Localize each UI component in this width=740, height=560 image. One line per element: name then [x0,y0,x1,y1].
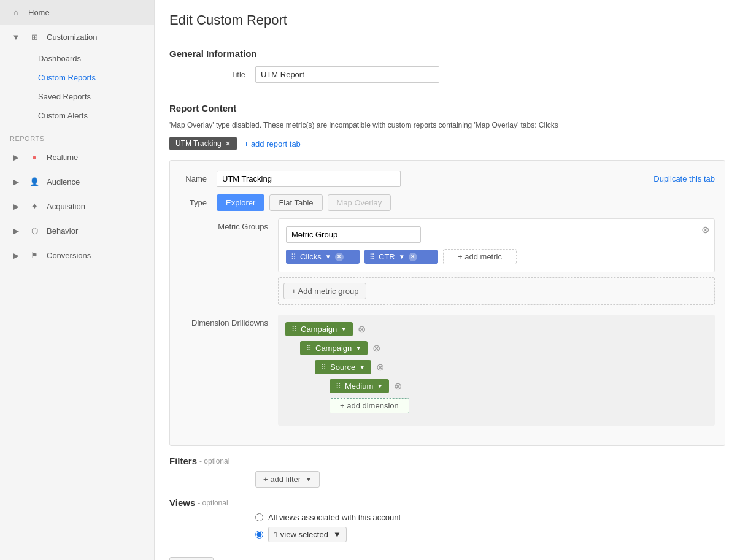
sidebar-item-acquisition[interactable]: ▶ ✦ Acquisition [0,194,154,218]
tab-close-icon[interactable]: ✕ [225,140,231,148]
dim-campaign-2-dropdown[interactable]: ▼ [355,345,361,351]
view-select-dropdown[interactable]: 1 view selected ▼ [268,527,347,542]
views-section: Views - optional All views associated wi… [169,497,725,542]
one-view-row: 1 view selected ▼ [169,527,725,542]
add-dimension-btn[interactable]: + add dimension [330,398,409,413]
content-area: General Information Title Report Content… [155,36,740,560]
sidebar-item-home[interactable]: ⌂ Home [0,0,154,25]
general-info-title: General Information [169,48,725,59]
dim-campaign-1[interactable]: ⠿ Campaign ▼ [285,322,353,336]
views-optional: - optional [198,499,228,507]
metric-clicks-remove-icon[interactable]: ✕ [335,253,344,261]
dim-campaign-2-remove[interactable]: ⊗ [372,342,380,354]
sidebar-item-conversions[interactable]: ▶ ⚑ Conversions [0,243,154,267]
conversions-icon: ⚑ [28,249,40,261]
cancel-link[interactable]: Cancel [221,557,245,560]
sidebar-item-behavior[interactable]: ▶ ⬡ Behavior [0,218,154,243]
add-filter-btn[interactable]: + add filter ▼ [255,471,320,488]
sidebar-item-custom-alerts[interactable]: Custom Alerts [28,106,154,125]
filters-label: Filters [169,456,197,466]
add-metric-group-btn[interactable]: + Add metric group [283,283,366,299]
utm-tracking-tab[interactable]: UTM Tracking ✕ [169,137,237,150]
views-options: All views associated with this account 1… [169,513,725,542]
metric-groups-label: Metric Groups [180,218,278,231]
dimension-level3: ⠿ Source ▼ ⊗ [315,360,707,374]
add-group-section: + Add metric group [278,277,715,305]
sidebar-item-dashboards[interactable]: Dashboards [28,49,154,68]
metric-ctr[interactable]: ⠿ CTR ▼ ✕ [364,250,438,264]
dimension-level1: ⠿ Campaign ▼ ⊗ [285,322,707,336]
section-divider-1 [169,93,725,93]
realtime-icon: ● [28,151,40,163]
all-views-row: All views associated with this account [169,513,725,522]
dim-campaign-2[interactable]: ⠿ Campaign ▼ [300,341,368,355]
filters-section: Filters - optional + add filter ▼ [169,456,725,488]
dim-medium-dropdown[interactable]: ▼ [377,383,383,389]
one-view-radio[interactable] [255,531,263,539]
dim-campaign-1-label: Campaign [301,324,337,334]
metric-clicks-label: Clicks [300,252,322,261]
sidebar-item-custom-reports[interactable]: Custom Reports [28,68,154,87]
home-icon: ⌂ [10,6,22,18]
report-content-title: Report Content [169,103,725,113]
remove-group-icon[interactable]: ⊗ [701,224,709,236]
metric-ctr-remove-icon[interactable]: ✕ [409,253,417,261]
chevron-down-icon: ▼ [10,31,22,43]
dimension-nested-3: ⠿ Medium ▼ ⊗ + add dimension [330,379,707,413]
dimension-nested-2: ⠿ Source ▼ ⊗ [315,360,707,413]
name-row: Name Duplicate this tab [180,171,715,187]
views-label: Views [169,497,195,508]
sidebar-item-audience[interactable]: ▶ 👤 Audience [0,169,154,194]
dim-campaign-2-label: Campaign [315,343,352,353]
tab-content: Name Duplicate this tab Type Explorer Fl… [169,160,725,446]
customization-submenu: Dashboards Custom Reports Saved Reports … [0,49,154,125]
save-button[interactable]: Save [169,557,214,560]
dim-source-dropdown[interactable]: ▼ [359,364,365,370]
chevron-right-icon3: ▶ [10,200,22,212]
dim-drag-2: ⠿ [306,344,312,353]
metric-group-name-input[interactable] [286,226,421,243]
add-metric-btn[interactable]: + add metric [443,249,517,264]
metric-groups-row: Metric Groups ⊗ ⠿ Clicks ▼ ✕ [180,218,715,305]
title-input[interactable] [255,66,439,83]
dim-drag-4: ⠿ [336,382,341,391]
metric-ctr-label: CTR [379,252,395,261]
chevron-right-icon: ▶ [10,151,22,163]
metric-clicks-dropdown-icon[interactable]: ▼ [325,253,331,260]
filters-field: + add filter ▼ [169,471,725,488]
dim-source[interactable]: ⠿ Source ▼ [315,360,371,374]
name-input[interactable] [217,171,401,187]
type-label: Type [180,198,217,207]
dim-drag-3: ⠿ [321,363,326,372]
dim-campaign-1-dropdown[interactable]: ▼ [341,326,347,332]
customization-icon: ⊞ [28,31,40,43]
type-flat-table-btn[interactable]: Flat Table [269,194,322,211]
sidebar-item-saved-reports[interactable]: Saved Reports [28,87,154,106]
add-report-tab-link[interactable]: + add report tab [244,139,301,148]
all-views-radio[interactable] [255,513,263,521]
dim-medium[interactable]: ⠿ Medium ▼ [330,379,389,393]
dimension-drilldowns-field: ⠿ Campaign ▼ ⊗ ⠿ [278,315,715,426]
duplicate-tab-link[interactable]: Duplicate this tab [653,174,715,183]
metrics-row: ⠿ Clicks ▼ ✕ ⠿ CTR ▼ ✕ [286,249,707,264]
dim-drag-1: ⠿ [291,325,297,334]
dimension-drilldowns-label: Dimension Drilldowns [180,315,278,328]
audience-icon: 👤 [28,175,40,188]
dim-campaign-1-remove[interactable]: ⊗ [358,323,366,335]
metric-ctr-dropdown-icon[interactable]: ▼ [399,253,405,260]
sidebar-item-customization[interactable]: ▼ ⊞ Customization [0,25,154,49]
chevron-right-icon4: ▶ [10,224,22,237]
dim-medium-remove[interactable]: ⊗ [394,380,402,392]
type-buttons: Explorer Flat Table Map Overlay [217,194,391,211]
dim-source-label: Source [330,362,355,372]
sidebar-item-realtime[interactable]: ▶ ● Realtime [0,145,154,169]
dimension-drilldowns-row: Dimension Drilldowns ⠿ Campaign ▼ ⊗ [180,315,715,426]
report-tabs-row: UTM Tracking ✕ + add report tab [169,137,725,150]
view-select-arrow: ▼ [333,530,341,539]
dim-source-remove[interactable]: ⊗ [376,361,384,373]
filter-dropdown-icon: ▼ [306,476,312,483]
type-explorer-btn[interactable]: Explorer [217,194,264,211]
behavior-icon: ⬡ [28,224,40,237]
metric-clicks[interactable]: ⠿ Clicks ▼ ✕ [286,250,360,264]
acquisition-icon: ✦ [28,200,40,212]
